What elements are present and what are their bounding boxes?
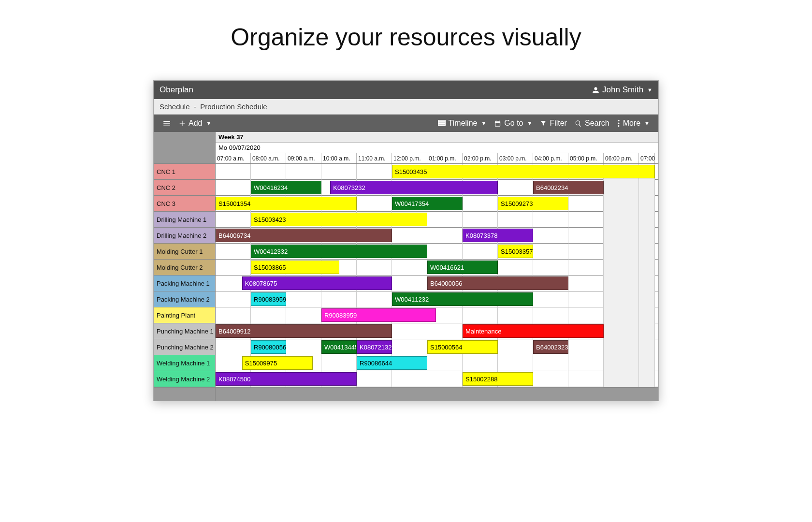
task-bar[interactable]: W00416234 xyxy=(251,181,321,194)
timeline-row[interactable]: S15003435 xyxy=(216,164,658,180)
task-bar[interactable]: K08074500 xyxy=(216,372,357,386)
task-bar[interactable]: B64000056 xyxy=(427,276,568,290)
search-label: Search xyxy=(585,119,609,128)
time-header-cell: 06:00 p.m. xyxy=(604,153,639,163)
timeline-row[interactable]: B64009912Maintenance xyxy=(216,323,658,339)
resource-cell[interactable]: CNC 2 xyxy=(154,180,215,196)
task-bar[interactable]: S15003423 xyxy=(251,213,427,226)
app-title: Oberplan xyxy=(160,85,193,95)
add-button[interactable]: Add ▼ xyxy=(175,115,215,132)
resource-cell[interactable]: Punching Machine 2 xyxy=(154,339,215,355)
task-bar[interactable]: S15003357 xyxy=(498,245,533,258)
timeline-row[interactable]: R90080056W00413445K08072132S15000564B640… xyxy=(216,339,658,355)
grid-icon xyxy=(438,120,446,127)
caret-down-icon: ▼ xyxy=(647,87,652,93)
resource-column: CNC 1CNC 2CNC 3Drilling Machine 1Drillin… xyxy=(154,132,216,401)
timeline-row[interactable]: W00412332S15003357 xyxy=(216,244,658,260)
resource-cell[interactable]: CNC 1 xyxy=(154,164,215,180)
task-bar[interactable]: K08073378 xyxy=(463,229,533,242)
resource-cell[interactable]: Molding Cutter 1 xyxy=(154,244,215,260)
task-bar[interactable]: W00411232 xyxy=(392,292,533,306)
more-button[interactable]: More ▼ xyxy=(613,115,653,132)
search-button[interactable]: Search xyxy=(571,115,613,132)
task-bar[interactable]: B64009912 xyxy=(216,324,392,338)
task-bar[interactable]: Maintenance xyxy=(463,324,604,338)
hamburger-button[interactable] xyxy=(159,115,175,132)
timeline-row[interactable]: B64006734K08073378 xyxy=(216,228,658,244)
timeline-row[interactable]: W00416234K08073232B64002234 xyxy=(216,180,658,196)
task-bar[interactable]: R90086644 xyxy=(357,356,427,370)
task-bar[interactable]: B64002323 xyxy=(533,340,568,354)
resource-header-blank xyxy=(154,132,215,164)
caret-down-icon: ▼ xyxy=(481,120,486,126)
page-headline: Organize your resources visually xyxy=(0,0,812,80)
task-bar[interactable]: S15003435 xyxy=(392,165,655,178)
task-bar[interactable]: S15009975 xyxy=(242,356,313,370)
user-name: John Smith xyxy=(602,85,643,95)
time-header-cell: 09:00 a.m. xyxy=(286,153,321,163)
search-icon xyxy=(575,120,582,127)
resource-cell[interactable]: Packing Machine 2 xyxy=(154,291,215,307)
timeline-body[interactable]: S15003435W00416234K08073232B64002234S150… xyxy=(216,164,658,387)
caret-down-icon: ▼ xyxy=(206,120,211,126)
week-header: Week 37 xyxy=(216,132,658,143)
task-bar[interactable]: R90083959 xyxy=(321,308,436,322)
task-bar[interactable]: B64002234 xyxy=(533,181,604,194)
footer-right xyxy=(216,387,658,401)
task-bar[interactable]: S15003865 xyxy=(251,261,339,274)
timeline-row[interactable]: S15003865W00416621 xyxy=(216,260,658,276)
breadcrumb-b[interactable]: Production Schedule xyxy=(200,102,267,111)
resource-cell[interactable]: Molding Cutter 2 xyxy=(154,260,215,276)
resource-cell[interactable]: CNC 3 xyxy=(154,196,215,212)
goto-label: Go to xyxy=(504,119,523,128)
timeline-row[interactable]: K08078675B64000056 xyxy=(216,276,658,291)
resource-cell[interactable]: Drilling Machine 1 xyxy=(154,212,215,228)
task-bar[interactable]: R90080056 xyxy=(251,340,286,354)
task-bar[interactable]: R90083959 xyxy=(251,292,286,306)
task-bar[interactable]: W00417354 xyxy=(392,197,463,210)
footer-left xyxy=(154,387,215,401)
goto-button[interactable]: Go to ▼ xyxy=(490,115,536,132)
date-header: Mo 09/07/2020 xyxy=(216,143,658,153)
task-bar[interactable]: W00413445 xyxy=(321,340,357,354)
hamburger-icon xyxy=(162,119,171,128)
breadcrumb: Schedule - Production Schedule xyxy=(154,99,658,115)
resource-cell[interactable]: Welding Machine 2 xyxy=(154,371,215,387)
task-bar[interactable]: K08078675 xyxy=(242,276,392,290)
timeline-row[interactable]: S15001354W00417354S15009273 xyxy=(216,196,658,212)
timeline-row[interactable]: S15009975R90086644 xyxy=(216,355,658,371)
task-bar[interactable]: S15000564 xyxy=(427,340,498,354)
user-menu[interactable]: John Smith ▼ xyxy=(592,85,652,95)
task-bar[interactable]: S15002288 xyxy=(463,372,533,386)
timeline-button[interactable]: Timeline ▼ xyxy=(434,115,491,132)
resource-cell[interactable]: Drilling Machine 2 xyxy=(154,228,215,244)
resource-cell[interactable]: Painting Plant xyxy=(154,307,215,323)
resource-cell[interactable]: Welding Machine 1 xyxy=(154,355,215,371)
svg-point-2 xyxy=(618,125,619,127)
svg-point-0 xyxy=(618,120,619,121)
timeline-row[interactable]: R90083959 xyxy=(216,307,658,323)
task-bar[interactable]: W00412332 xyxy=(251,245,427,258)
time-header-cell: 01:00 p.m. xyxy=(427,153,463,163)
toolbar: Add ▼ Timeline ▼ Go to ▼ Filter Search M… xyxy=(154,115,658,132)
filter-label: Filter xyxy=(550,119,567,128)
timeline-row[interactable]: K08074500S15002288 xyxy=(216,371,658,387)
resource-cell[interactable]: Packing Machine 1 xyxy=(154,276,215,291)
time-header-cell: 04:00 p.m. xyxy=(533,153,568,163)
filter-button[interactable]: Filter xyxy=(536,115,571,132)
task-bar[interactable]: W00416621 xyxy=(427,261,498,274)
breadcrumb-a[interactable]: Schedule xyxy=(160,102,190,111)
task-bar[interactable]: S15009273 xyxy=(498,197,568,210)
task-bar[interactable]: B64006734 xyxy=(216,229,392,242)
timeline-row[interactable]: R90083959W00411232 xyxy=(216,291,658,307)
time-header-cell: 07:00 xyxy=(639,153,655,163)
task-bar[interactable]: K08073232 xyxy=(330,181,498,194)
time-header-cell: 03:00 p.m. xyxy=(498,153,533,163)
caret-down-icon: ▼ xyxy=(644,120,650,126)
task-bar[interactable]: S15001354 xyxy=(216,197,357,210)
dots-icon xyxy=(617,119,620,127)
time-header: 07:00 a.m.08:00 a.m.09:00 a.m.10:00 a.m.… xyxy=(216,153,658,164)
task-bar[interactable]: K08072132 xyxy=(357,340,392,354)
timeline-row[interactable]: S15003423 xyxy=(216,212,658,228)
resource-cell[interactable]: Punching Machine 1 xyxy=(154,323,215,339)
